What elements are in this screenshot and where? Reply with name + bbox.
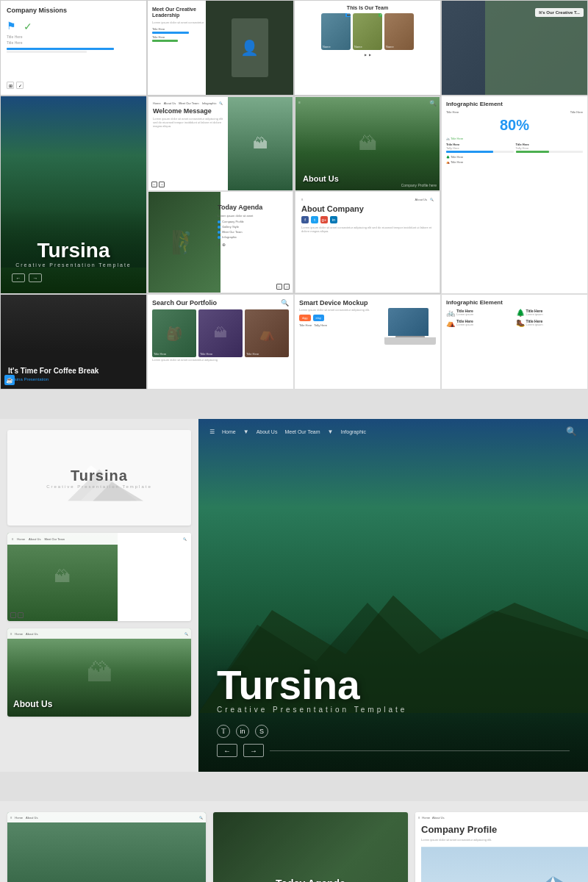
infographic-grid: 🚲 Title Here Lorem ipsum 🌲 Title Here Lo… (446, 309, 583, 327)
tally-here-2: Tally Here (314, 323, 327, 327)
slide-smart-device: Smart Device Mockup Lorem ipsum dolor si… (294, 294, 441, 390)
about-us-label: About Us (303, 174, 339, 183)
infographic-el-desc-2: Lorem ipsum (526, 313, 584, 317)
pw-menu: ≡ (12, 537, 13, 541)
coffee-sub: Tursina Presentation (8, 377, 139, 381)
bottom-middle-section: ≡ Home About Us 🔍 🏔 About Us Lorem ipsum… (0, 801, 588, 882)
laptop-base (384, 337, 436, 345)
leader-photo: 👤 (206, 1, 293, 95)
slide-about-part1: 🏔 🔍 ≡ About Us Company Profile here (295, 96, 440, 191)
preview-brand-sub: Creative Presentation Template (46, 484, 152, 489)
prev-dot[interactable]: ← (10, 612, 16, 618)
infographic-el-content-1: Title Here Lorem ipsum (456, 309, 514, 317)
large-search-icon[interactable]: 🔍 (566, 426, 577, 437)
creative-label: It's Our Creative T... (535, 8, 584, 17)
slide-infographic-element: Infographic Element Title Here Title Her… (441, 96, 588, 294)
slide-tursina-main: Home ▼ About Us Meet Our Team ▼ Infograp… (0, 96, 147, 294)
top-grid: Company Missions ⚑ ✓ Title Here Title He… (0, 0, 588, 390)
slide-company-missions: Company Missions ⚑ ✓ Title Here Title He… (0, 0, 147, 96)
twitter-icon: t (311, 216, 318, 223)
bm-company-profile-card: ≡ Home About Us 🔍 Company Profile Lorem … (415, 812, 588, 882)
next-dot[interactable]: → (18, 612, 24, 618)
bm-profile-nav-home: Home (422, 816, 430, 820)
preview-welcome: ≡ Home About Us Meet Our Team 🔍 🏔 Welcom… (7, 533, 191, 621)
digg-badge: digg (299, 315, 311, 321)
infographic-item-2: Title Here Tally Here (516, 143, 584, 153)
person-icon: 👤 (232, 18, 268, 77)
next-arrow[interactable]: → (29, 273, 42, 282)
mountain-graphic (421, 847, 588, 882)
pw-about: About Us (29, 537, 40, 541)
portfolio-title: Search Our Portfolio (152, 299, 289, 306)
meet-leadership-title: Meet Our Creative Leadership (152, 7, 207, 19)
portfolio-photo-1: Title Here 🎒 (152, 309, 196, 357)
large-tursina-slide: ≡ Home ▼ About Us Meet Our Team ▼ Infogr… (198, 419, 588, 772)
welcome-text: Lorem ipsum dolor sit amet consectetur a… (153, 117, 223, 129)
agenda-item-4: Infographic (218, 235, 288, 239)
company-missions-title: Company Missions (7, 7, 140, 14)
preview-welcome-nav: ≡ Home About Us Meet Our Team 🔍 (7, 533, 191, 545)
infographic-el-desc-3: Lorem ipsum (456, 323, 514, 327)
large-twitter-icon: 𝕋 (217, 725, 230, 738)
bm-about-nav: ≡ Home About Us 🔍 (7, 812, 206, 822)
bm-about-nav-home: Home (15, 816, 23, 820)
team-photo-1: 📷 Name (321, 13, 351, 50)
bm-profile-menu: ≡ (418, 816, 420, 820)
agenda-item-3: Meet Our Team (218, 230, 288, 234)
title-here-2: Title Here (7, 40, 140, 45)
welcome-title: Welcome Message (153, 107, 223, 115)
brand-sub-main: Creative Presentation Template (12, 262, 135, 268)
infographic-percent: 80% (446, 117, 583, 134)
tree-icon: 🌲 (516, 309, 525, 317)
smart-device-title: Smart Device Mockup (299, 299, 436, 306)
infographic-el-content-2: Title Here Lorem ipsum (526, 309, 584, 317)
brand-name-main: Tursina (12, 239, 135, 262)
large-next-arrow[interactable]: → (243, 744, 264, 757)
check-icon: ✓ (24, 21, 32, 32)
device-text: Lorem ipsum dolor sit amet consectetur a… (299, 308, 381, 345)
agenda-label-1: Company Profile (222, 220, 244, 223)
bm-profile-text: Lorem ipsum dolor sit amet consectetur a… (421, 838, 588, 842)
bm-profile-nav: ≡ Home About Us 🔍 (415, 812, 588, 822)
agenda-dot-3 (218, 231, 220, 234)
etsy-badge: etsy (313, 315, 324, 321)
this-team-title: This Is Our Team (347, 5, 388, 10)
portfolio-photo-3: Title Here ⛺ (245, 309, 289, 357)
pa-menu: ≡ (10, 632, 12, 636)
large-nav-bar: ≡ Home ▼ About Us Meet Our Team ▼ Infogr… (198, 426, 588, 437)
bm-profile-nav-about: About Us (432, 816, 444, 820)
bm-agenda-card: 🧗 Today Agenda Lorem ipsum dolor sit ame… (213, 812, 408, 882)
team-badge-2: ✓ (379, 13, 382, 17)
wn-team: Meet Our Team (179, 101, 199, 105)
welcome-image: 🏔 (228, 97, 293, 190)
slide-portfolio: Search Our Portfolio 🔍 Title Here 🎒 Titl… (147, 294, 294, 390)
bm-about-menu: ≡ (10, 816, 12, 820)
infographic-el-item-3: ⛺ Title Here Lorem ipsum (446, 319, 514, 327)
agenda-item-1: Company Profile (218, 220, 288, 223)
large-social-row: 𝕋 in S (217, 725, 570, 738)
slide-coffee-break: It's Time For Coffee Break Tursina Prese… (0, 294, 147, 390)
large-nav-infographic: Infographic (340, 429, 366, 434)
large-brand-sub: Creative Presentation Template (217, 706, 570, 714)
arrow-line (270, 750, 570, 751)
team-photos: 📷 Name ✓ Name Name (321, 13, 414, 50)
googleplus-icon: g+ (320, 216, 328, 223)
large-nav-arrows: ← → (217, 744, 570, 757)
hiker-bg: 🧗 (148, 192, 220, 293)
large-brand-name: Tursina (217, 665, 570, 706)
agenda-title: Today Agenda (218, 204, 288, 211)
about-company-nav: ≡ About Us 🔍 (301, 198, 434, 201)
large-prev-arrow[interactable]: ← (217, 744, 237, 757)
middle-section: Tursina Creative Presentation Template ≡… (0, 419, 588, 772)
left-previews: Tursina Creative Presentation Template ≡… (0, 419, 198, 772)
pa-home: Home (15, 632, 23, 636)
wn-infographic: Infographic (202, 101, 217, 105)
flag-icon: ⚑ (7, 20, 16, 32)
coffee-overlay (1, 295, 146, 351)
infographic-el-content-3: Title Here Lorem ipsum (456, 319, 514, 327)
agenda-label-4: Infographic (222, 235, 237, 239)
pw-home: Home (17, 537, 25, 541)
prev-arrow[interactable]: ← (12, 273, 25, 282)
bm-agenda-overlay (213, 812, 408, 882)
agenda-label-3: Meet Our Team (222, 230, 243, 234)
